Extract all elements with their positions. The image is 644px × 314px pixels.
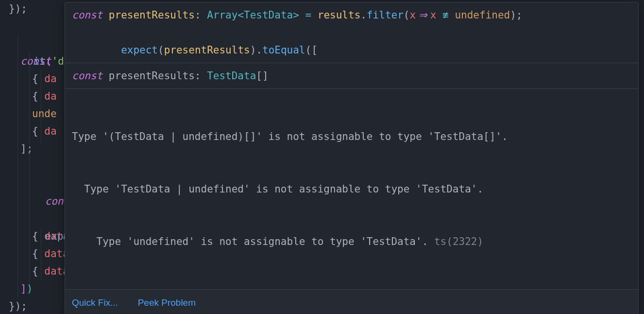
code-text: da (44, 125, 56, 137)
code-editor[interactable]: }); it('does const { da { da unde { da ]… (0, 0, 644, 314)
code-text: }); (9, 3, 27, 15)
code-text: ) (27, 283, 33, 295)
code-text: { (32, 73, 44, 85)
code-text: const (20, 55, 51, 67)
hover-tooltip[interactable]: const presentResults: Array<TestData> = … (65, 2, 639, 314)
code-text: ] (20, 283, 27, 295)
hover-code-section: const presentResults: Array<TestData> = … (65, 2, 638, 63)
hover-error-message: Type '(TestData | undefined)[]' is not a… (65, 89, 638, 289)
code-text: unde (32, 108, 57, 120)
code-text: ]; (20, 143, 33, 155)
code-text (72, 44, 121, 56)
hover-actions: Quick Fix... Peek Problem (65, 290, 638, 314)
code-text: { (32, 230, 44, 242)
code-text: { (32, 125, 44, 137)
code-text: da (44, 73, 56, 85)
code-text: }); (9, 300, 27, 312)
ts-error-code: ts(2322) (434, 236, 483, 247)
code-text: da (44, 90, 56, 102)
code-text: { (32, 90, 44, 102)
code-text: { (32, 265, 44, 277)
quick-fix-link[interactable]: Quick Fix... (72, 297, 118, 308)
hover-signature: const presentResults: TestData[] (65, 63, 638, 88)
code-text: { (32, 248, 44, 260)
peek-problem-link[interactable]: Peek Problem (138, 297, 196, 308)
